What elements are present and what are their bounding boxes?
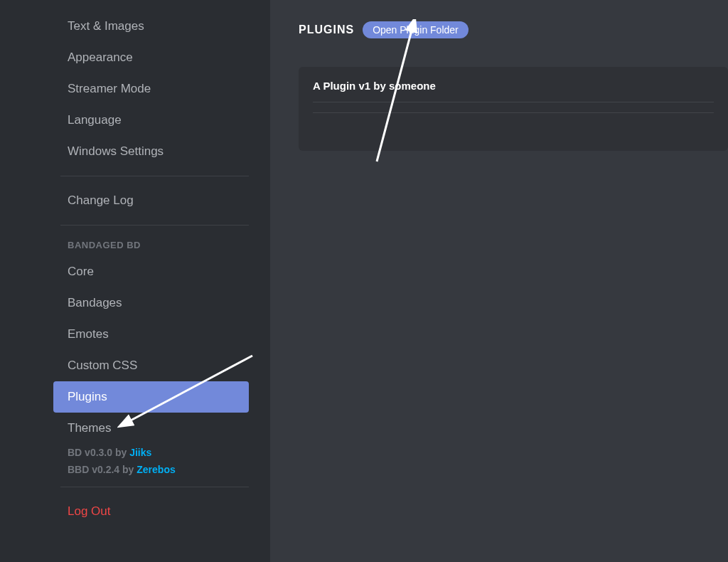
credits-bbd-author-link[interactable]: Zerebos	[136, 464, 175, 475]
sidebar-item-language[interactable]: Language	[60, 105, 249, 136]
page-header: PLUGINS Open Plugin Folder	[299, 21, 728, 38]
plugin-card: A Plugin v1 by someone	[299, 67, 728, 151]
credits-bd-author-link[interactable]: Jiiks	[129, 447, 151, 458]
sidebar-item-emotes[interactable]: Emotes	[60, 319, 249, 350]
settings-sidebar: Text & Images Appearance Streamer Mode L…	[0, 0, 270, 562]
sidebar-item-plugins[interactable]: Plugins	[53, 381, 249, 413]
sidebar-item-themes[interactable]: Themes	[60, 413, 249, 444]
sidebar-divider	[60, 487, 249, 487]
plugin-footer	[313, 113, 714, 138]
sidebar-item-windows-settings[interactable]: Windows Settings	[60, 136, 249, 167]
sidebar-section-header: BANDAGED BD	[60, 234, 249, 256]
open-plugin-folder-button[interactable]: Open Plugin Folder	[363, 21, 469, 38]
main-content: PLUGINS Open Plugin Folder A Plugin v1 b…	[270, 0, 728, 562]
sidebar-item-appearance[interactable]: Appearance	[60, 42, 249, 73]
sidebar-divider	[60, 225, 249, 226]
sidebar-item-text-images[interactable]: Text & Images	[60, 11, 249, 42]
plugin-title: A Plugin v1 by someone	[313, 80, 714, 102]
sidebar-item-streamer-mode[interactable]: Streamer Mode	[60, 73, 249, 105]
sidebar-item-change-log[interactable]: Change Log	[60, 185, 249, 216]
credits-bd: BD v0.3.0 by Jiiks	[60, 444, 249, 461]
page-title: PLUGINS	[299, 23, 354, 36]
plugin-body	[313, 102, 714, 113]
sidebar-item-custom-css[interactable]: Custom CSS	[60, 350, 249, 381]
credits-bbd: BBD v0.2.4 by Zerebos	[60, 461, 249, 478]
sidebar-item-core[interactable]: Core	[60, 256, 249, 287]
sidebar-divider	[60, 176, 249, 176]
sidebar-item-logout[interactable]: Log Out	[60, 496, 249, 527]
sidebar-item-bandages[interactable]: Bandages	[60, 287, 249, 319]
